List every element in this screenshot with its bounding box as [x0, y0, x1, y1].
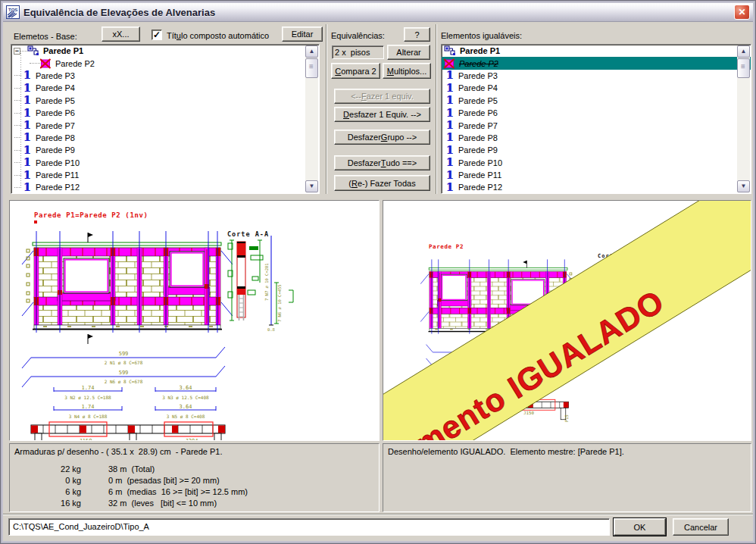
scroll-down-button[interactable]: ▼	[737, 180, 750, 192]
element-icon: 1	[444, 170, 455, 180]
ok-button[interactable]: OK	[614, 518, 666, 536]
project-path-field[interactable]: C:\TQS\AE_Cond_JuazeiroD\Tipo_A	[8, 518, 610, 536]
scrollbar-thumb[interactable]	[305, 58, 318, 78]
list-item[interactable]: Parede P2	[442, 57, 751, 69]
list-item-label: Parede P11	[458, 170, 501, 180]
svg-text:2 N1 ø 8 C=678: 2 N1 ø 8 C=678	[105, 360, 143, 365]
tree-item-label: Parede P3	[36, 71, 75, 80]
tree-item-label: Parede P9	[36, 145, 75, 155]
tree-item-label: Parede P7	[36, 121, 75, 130]
auto-title-checkbox[interactable]: ✓	[152, 30, 162, 40]
element-icon: 1	[444, 95, 455, 105]
undo-1-equiv-button[interactable]: Desfazer 1 Equiv. -->	[334, 107, 430, 122]
right-drawing-title: Parede P2	[429, 243, 464, 250]
svg-text:599: 599	[119, 351, 129, 357]
help-button[interactable]: ?	[404, 27, 430, 42]
tree-item[interactable]: Parede P2	[11, 57, 319, 69]
list-item[interactable]: 1Parede P5	[442, 95, 751, 107]
rebar-summary-title: Armaduras p/ desenho - ( 35.1 x 28.9) cm…	[14, 447, 374, 456]
window-title: Equivalência de Elevações de Alvenarias	[23, 7, 734, 18]
element-icon: 1	[444, 133, 455, 142]
scrollbar-thumb[interactable]	[737, 58, 750, 78]
list-item[interactable]: 1Parede P8	[442, 132, 751, 144]
undo-group-button[interactable]: Desfazer Grupo -->	[334, 130, 430, 145]
scroll-up-button[interactable]: ▲	[305, 45, 318, 58]
make-1-equiv-button[interactable]: <-- Fazer 1 equiv.	[334, 89, 430, 104]
element-icon: 1	[21, 145, 33, 155]
tree-item[interactable]: 1Parede P8	[11, 132, 319, 144]
tree-item[interactable]: 1Parede P11	[11, 169, 319, 181]
undo-all-button[interactable]: Desfazer Tudo ==>	[334, 155, 430, 170]
scroll-up-button[interactable]: ▲	[737, 45, 750, 58]
tree-item[interactable]: 1Parede P3	[11, 70, 319, 82]
equivalences-label: Equivalências:	[331, 31, 385, 40]
list-item-label: Parede P4	[458, 83, 498, 92]
corte-label: Corte A-A	[227, 230, 269, 238]
equal-list-label: Elementos igualáveis:	[441, 31, 522, 40]
title-bar[interactable]: TQS Equivalência de Elevações de Alvenar…	[3, 3, 753, 22]
xx-button[interactable]: xX...	[102, 27, 140, 42]
tree-item[interactable]: 1Parede P5	[11, 95, 319, 107]
svg-text:J204: J204	[186, 438, 198, 440]
tree-scrollbar[interactable]: ▲ ▼	[305, 45, 318, 192]
list-item[interactable]: 1Parede P7	[442, 119, 751, 131]
close-button[interactable]: ✕	[734, 5, 750, 20]
element-icon: 1	[21, 183, 33, 192]
mass-kg: 0 kg	[14, 475, 81, 486]
list-item-label: Parede P3	[458, 71, 498, 80]
base-tree[interactable]: −Parede P1Parede P21Parede P31Parede P41…	[11, 44, 320, 194]
crossed-out-icon	[40, 58, 52, 69]
list-item[interactable]: 1Parede P3	[442, 70, 751, 82]
svg-text:3 N3 ø 12.5 C=408: 3 N3 ø 12.5 C=408	[162, 395, 209, 400]
mass-length: 6 m (medias 16 >= [bit] >= 12.5 mm)	[108, 486, 248, 498]
element-icon: 1	[444, 158, 455, 167]
alter-button[interactable]: Alterar	[387, 45, 430, 60]
igualado-info-text: Desenho/elemento IGUALADO. Elemento mest…	[388, 447, 746, 456]
list-item-label: Parede P8	[458, 133, 498, 142]
svg-text:TQS: TQS	[8, 8, 17, 12]
element-icon: 1	[444, 183, 455, 192]
mass-kg: 16 kg	[14, 498, 81, 509]
svg-text:3 N5 ø 8 C=408: 3 N5 ø 8 C=408	[167, 414, 205, 419]
compare2-button[interactable]: Compara 2	[331, 63, 380, 79]
rebar-mass-row: 16 kg32 m (leves [bit] <= 10 mm)	[14, 498, 374, 509]
left-drawing-panel[interactable]: Parede P1=Parede P2 (1nv) Corte A-A 7 N7…	[9, 200, 380, 441]
list-item[interactable]: Parede P1	[442, 45, 751, 57]
right-drawing-panel[interactable]: Parede P2 Corte A-A 7 N7 ø 10 C=281 7 N6…	[383, 200, 751, 441]
element-icon: 1	[21, 120, 33, 130]
element-icon: 1	[21, 70, 33, 80]
list-item[interactable]: 1Parede P4	[442, 82, 751, 94]
list-item-label: Parede P2	[459, 59, 498, 68]
tree-item[interactable]: 1Parede P6	[11, 107, 319, 119]
tree-item-label: Parede P12	[36, 183, 80, 192]
redo-all-button[interactable]: (Re-) Fazer Todas	[334, 175, 430, 191]
list-item[interactable]: 1Parede P6	[442, 107, 751, 119]
tree-item[interactable]: 1Parede P9	[11, 144, 319, 156]
cancel-button[interactable]: Cancelar	[673, 518, 729, 536]
svg-text:P15: P15	[564, 414, 569, 422]
multiples-button[interactable]: Multiplos...	[383, 63, 431, 79]
tree-item-label: Parede P2	[55, 59, 95, 68]
list-item[interactable]: 1Parede P12	[442, 181, 751, 193]
tree-expander[interactable]: −	[14, 48, 20, 55]
list-item[interactable]: 1Parede P11	[442, 169, 751, 181]
floors-field[interactable]: 2 x pisos	[332, 45, 384, 59]
rebar-mass-row: 0 kg0 m (pesadas [bit] >= 20 mm)	[14, 475, 374, 486]
rebar-mass-row: 6 kg6 m (medias 16 >= [bit] >= 12.5 mm)	[14, 486, 374, 498]
edit-button[interactable]: Editar	[282, 27, 323, 42]
list-item[interactable]: 1Parede P9	[442, 144, 751, 156]
svg-text:3.64: 3.64	[180, 385, 192, 391]
list-item[interactable]: 1Parede P10	[442, 157, 751, 169]
equal-list[interactable]: Parede P1Parede P21Parede P31Parede P41P…	[441, 44, 751, 194]
tree-item[interactable]: 1Parede P4	[11, 82, 319, 94]
tree-item[interactable]: −Parede P1	[11, 45, 319, 57]
list-scrollbar[interactable]: ▲ ▼	[737, 45, 750, 192]
tree-item[interactable]: 1Parede P7	[11, 119, 319, 131]
right-info-panel: Desenho/elemento IGUALADO. Elemento mest…	[383, 443, 751, 512]
element-icon: 1	[21, 158, 33, 167]
tree-item[interactable]: 1Parede P12	[11, 181, 319, 193]
scroll-down-button[interactable]: ▼	[305, 180, 318, 192]
svg-text:1.74: 1.74	[82, 404, 95, 410]
svg-text:J150: J150	[523, 411, 534, 415]
tree-item[interactable]: 1Parede P10	[11, 157, 319, 169]
